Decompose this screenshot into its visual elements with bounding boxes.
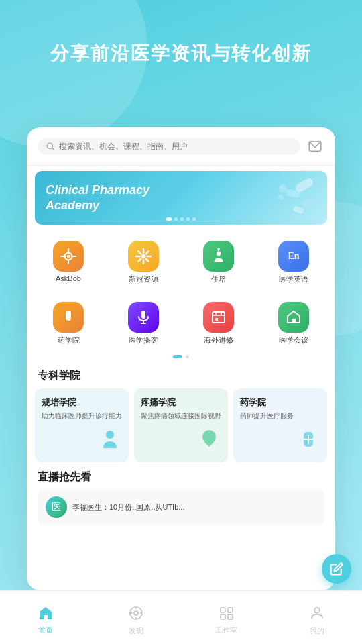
specialty-card-1-icon — [98, 427, 122, 455]
english-label: 医学英语 — [279, 274, 308, 284]
live-section-title: 直播抢先看 — [38, 470, 324, 484]
specialty-card-1-title: 规培学院 — [42, 396, 122, 409]
nav-home-label: 首页 — [38, 625, 53, 635]
specialty-section-title: 专科学院 — [27, 364, 335, 388]
specialty-card-2-desc: 聚焦疼痛领域连接国际视野 — [141, 411, 221, 421]
banner-dots — [166, 217, 196, 221]
specialty-card-pain[interactable]: 疼痛学院 聚焦疼痛领域连接国际视野 — [134, 388, 228, 462]
search-input-wrap[interactable] — [38, 138, 300, 155]
banner-dot-2 — [174, 217, 178, 221]
overseas-label: 海外进修 — [204, 335, 233, 345]
svg-rect-42 — [221, 608, 225, 612]
svg-rect-26 — [213, 312, 225, 323]
banner-dot-4 — [186, 217, 190, 221]
svg-rect-31 — [292, 319, 296, 323]
icon-item-pharma[interactable]: 药学院 — [32, 298, 105, 350]
svg-line-17 — [138, 259, 141, 262]
training-label: 住培 — [211, 274, 226, 284]
nav-profile-label: 我的 — [310, 626, 324, 636]
podcast-label: 医学播客 — [129, 335, 158, 345]
nav-item-home[interactable]: 首页 — [0, 600, 90, 635]
banner-dot-1 — [166, 217, 172, 221]
specialty-card-2-title: 疼痛学院 — [141, 396, 221, 409]
specialty-grid: 规培学院 助力临床医师提升诊疗能力 疼痛学院 聚焦疼痛领域连接国际视野 — [27, 388, 335, 470]
covid-label: 新冠资源 — [129, 274, 158, 284]
askbob-icon — [53, 241, 84, 272]
svg-line-14 — [138, 251, 141, 254]
nav-item-discover[interactable]: 发现 — [90, 600, 181, 636]
icon-item-podcast[interactable]: 医学播客 — [107, 298, 180, 350]
svg-rect-43 — [228, 608, 233, 612]
nav-item-profile[interactable]: 我的 — [272, 600, 362, 636]
svg-line-15 — [146, 259, 149, 262]
english-text: En — [288, 251, 299, 262]
search-input[interactable] — [59, 142, 292, 151]
live-section: 直播抢先看 医 李福医生：10月份..国原..从UTIb... — [27, 470, 335, 530]
svg-line-16 — [146, 251, 149, 254]
pharma-icon — [53, 302, 84, 333]
english-icon: En — [278, 241, 309, 272]
svg-point-9 — [141, 254, 146, 259]
overseas-icon — [203, 302, 234, 333]
icon-item-training[interactable]: 住培 — [182, 237, 255, 288]
icon-item-covid[interactable]: 新冠资源 — [107, 237, 180, 288]
live-item-1[interactable]: 医 李福医生：10月份..国原..从UTIb... — [38, 490, 324, 525]
mail-icon[interactable] — [306, 137, 324, 156]
nav-workspace-label: 工作室 — [215, 625, 237, 635]
nav-discover-label: 发现 — [129, 626, 143, 636]
home-icon — [38, 606, 54, 623]
svg-point-37 — [134, 611, 138, 615]
live-avatar-1: 医 — [46, 496, 67, 518]
svg-point-18 — [217, 251, 221, 256]
svg-rect-23 — [141, 311, 145, 319]
svg-rect-22 — [66, 311, 71, 316]
profile-icon — [309, 605, 325, 624]
discover-icon — [128, 605, 144, 624]
banner-dot-5 — [192, 217, 196, 221]
training-icon — [203, 241, 234, 272]
svg-point-4 — [67, 255, 70, 258]
specialty-card-2-icon — [197, 427, 221, 455]
banner[interactable]: Clinical Pharmacy Academy — [35, 171, 327, 225]
icon-item-askbob[interactable]: AskBob — [32, 237, 105, 288]
svg-rect-45 — [228, 614, 233, 619]
banner-text: Clinical Pharmacy Academy — [46, 182, 149, 214]
banner-decoration — [253, 174, 320, 221]
bottom-nav: 首页 发现 工作室 — [0, 590, 362, 644]
icon-item-overseas[interactable]: 海外进修 — [182, 298, 255, 350]
search-bar — [27, 127, 335, 166]
conference-label: 医学会议 — [279, 335, 308, 345]
fab-button[interactable] — [322, 554, 351, 584]
banner-dot-3 — [180, 217, 184, 221]
icon-item-english[interactable]: En 医学英语 — [257, 237, 330, 288]
bg-blob-1 — [0, 0, 147, 148]
svg-rect-30 — [215, 318, 218, 321]
svg-point-32 — [106, 431, 114, 439]
live-item-text: 李福医生：10月份..国原..从UTIb... — [72, 502, 184, 513]
pharma-label: 药学院 — [58, 335, 80, 345]
page-dot-1 — [173, 355, 182, 358]
specialty-card-3-desc: 药师提升医疗服务 — [240, 411, 320, 421]
specialty-card-3-icon — [296, 427, 320, 455]
specialty-card-training[interactable]: 规培学院 助力临床医师提升诊疗能力 — [35, 388, 129, 462]
icon-grid-row1: AskBob 新冠资源 — [27, 230, 335, 291]
card-scroll[interactable]: Clinical Pharmacy Academy — [27, 166, 335, 590]
specialty-card-pharma[interactable]: 药学院 药师提升医疗服务 — [233, 388, 327, 462]
svg-rect-44 — [221, 614, 225, 619]
covid-icon — [128, 241, 159, 272]
specialty-card-1-desc: 助力临床医师提升诊疗能力 — [42, 411, 122, 421]
podcast-icon — [128, 302, 159, 333]
page-indicator — [27, 352, 335, 364]
header-title: 分享前沿医学资讯与转化创新 — [0, 40, 362, 66]
conference-icon — [278, 302, 309, 333]
askbob-label: AskBob — [56, 274, 81, 282]
svg-line-1 — [52, 148, 54, 150]
page-dot-2 — [186, 355, 189, 358]
nav-item-workspace[interactable]: 工作室 — [181, 600, 272, 635]
svg-point-20 — [217, 248, 219, 250]
svg-point-0 — [47, 143, 52, 148]
svg-point-46 — [314, 608, 320, 613]
specialty-card-3-title: 药学院 — [240, 396, 320, 409]
main-card: Clinical Pharmacy Academy — [27, 127, 335, 590]
icon-item-conference[interactable]: 医学会议 — [257, 298, 330, 350]
